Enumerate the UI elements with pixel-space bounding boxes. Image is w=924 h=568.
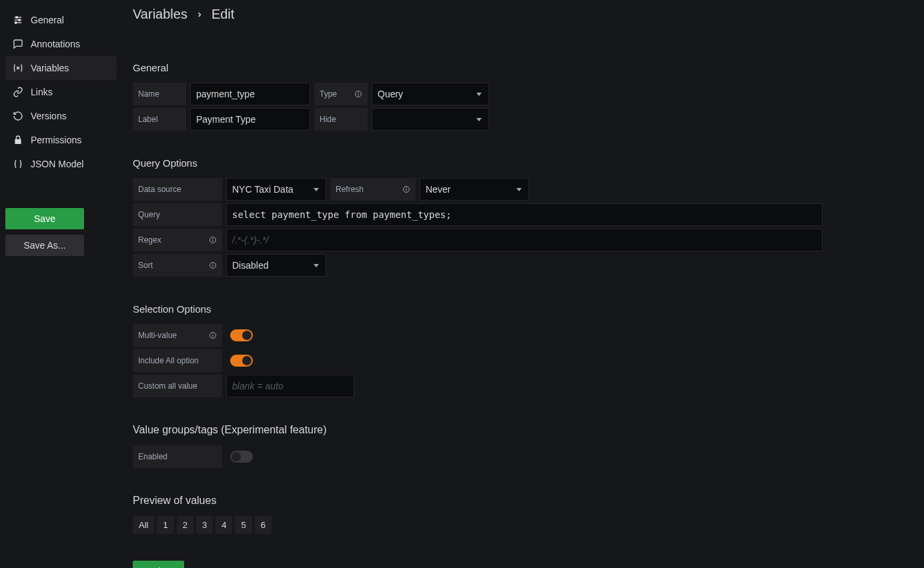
svg-rect-16 — [213, 265, 213, 267]
sliders-icon — [12, 15, 24, 25]
section-title: Query Options — [133, 157, 905, 169]
main-content: Variables Edit General Name Type Query L… — [122, 0, 924, 568]
info-icon — [209, 331, 217, 339]
info-icon — [209, 261, 217, 269]
section-query-options: Query Options Data source NYC Taxi Data … — [133, 157, 905, 277]
update-button[interactable]: Update — [133, 561, 184, 568]
field-label-refresh: Refresh — [330, 178, 416, 201]
datasource-select[interactable]: NYC Taxi Data — [226, 178, 326, 201]
section-title: Value groups/tags (Experimental feature) — [133, 424, 905, 436]
section-title: General — [133, 62, 905, 73]
include-all-toggle[interactable] — [230, 355, 253, 367]
svg-rect-14 — [213, 238, 213, 239]
field-label-query: Query — [133, 203, 222, 226]
regex-input[interactable] — [226, 229, 823, 251]
preview-chip: 3 — [196, 516, 213, 534]
hide-select[interactable] — [372, 108, 489, 131]
field-label-regex: Regex — [133, 229, 222, 251]
save-button[interactable]: Save — [5, 208, 84, 229]
tags-enabled-toggle[interactable] — [230, 451, 253, 463]
chevron-right-icon — [195, 11, 203, 19]
preview-chip: 2 — [177, 516, 193, 534]
svg-point-4 — [19, 19, 21, 21]
field-label-include-all: Include All option — [133, 349, 222, 372]
field-label-sort: Sort — [133, 254, 222, 277]
svg-rect-20 — [213, 333, 213, 334]
sidebar-item-label: JSON Model — [31, 159, 83, 169]
field-label-hide: Hide — [314, 108, 368, 131]
settings-sidebar: General Annotations Variables Links Vers… — [0, 0, 122, 568]
field-label-custom-all: Custom all value — [133, 375, 222, 397]
field-label-name: Name — [133, 83, 186, 105]
sidebar-item-label: Variables — [31, 63, 69, 73]
svg-rect-11 — [406, 187, 407, 188]
preview-chip: 4 — [215, 516, 232, 534]
svg-point-3 — [16, 17, 18, 19]
json-icon — [12, 159, 24, 169]
field-label-multivalue: Multi-value — [133, 324, 222, 347]
svg-point-5 — [15, 22, 17, 24]
custom-all-input[interactable] — [226, 375, 354, 397]
preview-chip: 5 — [235, 516, 252, 534]
breadcrumb-root[interactable]: Variables — [133, 7, 187, 22]
lock-icon — [12, 135, 24, 145]
sidebar-item-annotations[interactable]: Annotations — [5, 32, 117, 56]
section-value-groups: Value groups/tags (Experimental feature)… — [133, 424, 905, 468]
section-general: General Name Type Query Label Hide — [133, 62, 905, 131]
section-preview: Preview of values All 1 2 3 4 5 6 — [133, 495, 905, 534]
refresh-select[interactable]: Never — [420, 178, 529, 201]
preview-chip: 1 — [157, 516, 173, 534]
history-icon — [12, 111, 24, 121]
sidebar-item-label: Links — [31, 87, 53, 97]
svg-rect-7 — [358, 93, 359, 96]
sidebar-item-json-model[interactable]: JSON Model — [5, 152, 117, 176]
sidebar-item-versions[interactable]: Versions — [5, 104, 117, 128]
field-label-type: Type — [314, 83, 368, 105]
field-label-datasource: Data source — [133, 178, 222, 201]
info-icon — [354, 90, 362, 98]
svg-rect-19 — [213, 335, 213, 337]
sidebar-item-label: General — [31, 15, 64, 25]
field-label-enabled: Enabled — [133, 445, 222, 468]
multi-value-toggle[interactable] — [230, 329, 253, 341]
preview-chip: All — [133, 516, 154, 534]
comment-icon — [12, 39, 24, 49]
info-icon — [402, 185, 410, 193]
name-input[interactable] — [190, 83, 310, 105]
section-title: Selection Options — [133, 303, 905, 315]
preview-chip: 6 — [255, 516, 272, 534]
link-icon — [12, 87, 24, 97]
svg-rect-8 — [358, 92, 359, 93]
svg-rect-13 — [213, 239, 213, 242]
sidebar-item-general[interactable]: General — [5, 8, 117, 32]
section-selection-options: Selection Options Multi-value Include Al… — [133, 303, 905, 397]
field-label-label: Label — [133, 108, 186, 131]
section-title: Preview of values — [133, 495, 905, 507]
variable-icon — [12, 63, 24, 73]
sidebar-item-label: Versions — [31, 111, 67, 121]
sidebar-item-label: Permissions — [31, 135, 81, 145]
sidebar-item-links[interactable]: Links — [5, 80, 117, 104]
query-textarea[interactable] — [226, 203, 823, 226]
sort-select[interactable]: Disabled — [226, 254, 326, 277]
breadcrumb-leaf: Edit — [211, 7, 234, 22]
svg-rect-10 — [406, 189, 407, 191]
sidebar-item-permissions[interactable]: Permissions — [5, 128, 117, 152]
svg-rect-17 — [213, 263, 213, 264]
breadcrumb: Variables Edit — [133, 7, 905, 22]
sidebar-item-variables[interactable]: Variables — [5, 56, 117, 80]
info-icon — [209, 236, 217, 244]
type-select[interactable]: Query — [372, 83, 489, 105]
save-as-button[interactable]: Save As... — [5, 235, 84, 256]
sidebar-item-label: Annotations — [31, 39, 80, 49]
label-input[interactable] — [190, 108, 310, 131]
